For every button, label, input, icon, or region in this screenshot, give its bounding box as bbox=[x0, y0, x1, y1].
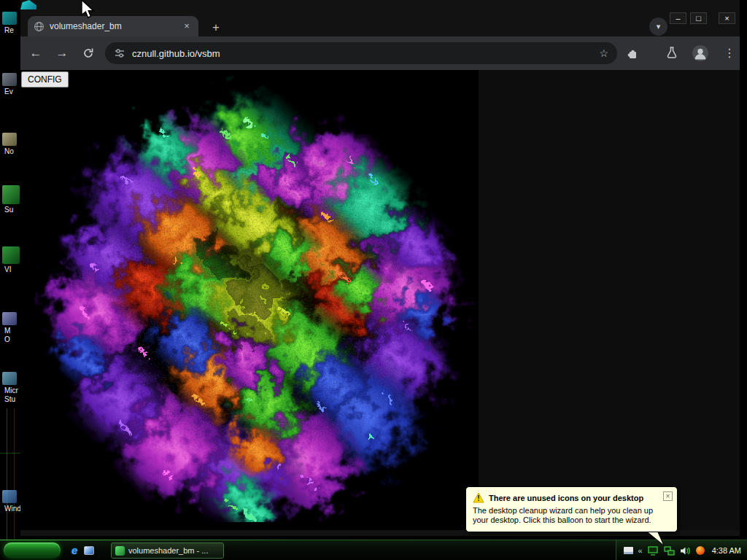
maximize-icon[interactable]: □ bbox=[690, 12, 707, 24]
desktop-icon[interactable]: VI bbox=[0, 246, 20, 274]
desktop-icon-label: VI bbox=[0, 265, 20, 274]
tab-search-chevron-icon[interactable]: ▾ bbox=[649, 18, 667, 36]
web-page: CONFIG bbox=[20, 70, 740, 530]
desktop-icon-image bbox=[2, 133, 17, 146]
tray-display-icon[interactable] bbox=[648, 546, 659, 556]
config-button[interactable]: CONFIG bbox=[21, 71, 69, 88]
desktop-icon[interactable]: Re bbox=[0, 12, 20, 35]
desktop-icon[interactable]: MO bbox=[0, 312, 20, 344]
desktop-icon-image bbox=[2, 12, 17, 25]
tray-keyboard-icon[interactable] bbox=[624, 547, 633, 554]
desktop-icon-label: Su bbox=[0, 206, 20, 214]
svg-text:!: ! bbox=[477, 494, 479, 502]
desktop-icon[interactable]: Su bbox=[0, 185, 20, 214]
tray-security-icon[interactable] bbox=[696, 546, 705, 555]
quick-launch-bar: e bbox=[71, 543, 94, 558]
tray-volume-icon[interactable] bbox=[680, 546, 691, 556]
desktop-icon-image bbox=[2, 246, 20, 264]
system-tray: « 4:38 AM bbox=[616, 540, 747, 560]
site-info-tune-icon[interactable] bbox=[114, 47, 125, 59]
internet-explorer-icon[interactable]: e bbox=[71, 544, 77, 557]
desktop-icon[interactable]: Ev bbox=[0, 73, 20, 96]
desktop-icon-image bbox=[2, 312, 17, 325]
desktop-icon-label: MO bbox=[0, 327, 20, 344]
balloon-title: There are unused icons on your desktop bbox=[489, 494, 643, 502]
desktop-icon-image bbox=[2, 73, 17, 86]
bookmark-star-icon[interactable]: ☆ bbox=[599, 47, 608, 59]
desktop-icon-image bbox=[2, 372, 17, 385]
desktop-icon[interactable]: Wind bbox=[0, 490, 20, 513]
desktop-icon-label: Wind bbox=[0, 505, 20, 513]
taskbar-app-label: volumeshader_bm - ... bbox=[128, 546, 208, 555]
back-button[interactable]: ← bbox=[26, 45, 45, 61]
desktop: Re Ev No Su VI MO MicrStu Wind bbox=[0, 0, 747, 560]
url-text[interactable]: cznull.github.io/vsbm bbox=[132, 48, 599, 59]
balloon-close-icon[interactable]: × bbox=[663, 491, 673, 501]
menu-dots-icon[interactable]: ⋮ bbox=[722, 44, 737, 62]
desktop-icon-label: MicrStu bbox=[0, 386, 20, 404]
taskbar-app-button[interactable]: volumeshader_bm - ... bbox=[111, 542, 224, 559]
notification-balloon[interactable]: ! There are unused icons on your desktop… bbox=[465, 486, 678, 532]
desktop-icon-image bbox=[2, 490, 17, 503]
taskbar-app-favicon bbox=[115, 546, 125, 556]
taskbar: e volumeshader_bm - ... « 4:38 AM bbox=[0, 540, 747, 560]
reload-icon bbox=[82, 47, 95, 60]
mouse-cursor-icon bbox=[80, 0, 96, 19]
browser-toolbar: ← → cznull.github.io/vsbm ☆ bbox=[20, 36, 740, 70]
tray-network-icon[interactable] bbox=[664, 546, 675, 556]
tab-favicon-globe-icon bbox=[34, 21, 44, 32]
minimize-icon[interactable]: – bbox=[670, 12, 686, 24]
profile-avatar-icon[interactable] bbox=[692, 44, 709, 65]
reload-button[interactable] bbox=[79, 47, 98, 64]
tray-expand-icon[interactable]: « bbox=[638, 546, 643, 555]
balloon-title-row: ! There are unused icons on your desktop bbox=[473, 492, 670, 503]
balloon-tail bbox=[646, 532, 671, 547]
tray-clock: 4:38 AM bbox=[712, 546, 741, 555]
desktop-icon-image bbox=[2, 185, 20, 204]
mandelbulb-fractal-render bbox=[31, 73, 479, 522]
browser-tab[interactable]: volumeshader_bm × bbox=[28, 16, 198, 36]
show-desktop-icon[interactable] bbox=[84, 546, 94, 555]
volume-render-canvas[interactable] bbox=[20, 70, 479, 530]
new-tab-button[interactable]: + bbox=[207, 19, 225, 36]
desktop-background-strip: Re Ev No Su VI MO MicrStu Wind bbox=[0, 0, 20, 540]
browser-titlebar[interactable]: volumeshader_bm × + ▾ – □ × bbox=[20, 0, 740, 36]
labs-beaker-icon[interactable] bbox=[665, 46, 678, 63]
close-icon[interactable]: × bbox=[719, 12, 735, 24]
desktop-icon[interactable]: No bbox=[0, 133, 20, 156]
desktop-icon-label: Ev bbox=[0, 88, 20, 96]
warning-icon: ! bbox=[473, 492, 484, 503]
window-controls: – □ × bbox=[670, 12, 735, 24]
desktop-wallpaper-pattern bbox=[0, 408, 20, 540]
tab-close-icon[interactable]: × bbox=[181, 20, 193, 32]
extensions-puzzle-icon[interactable] bbox=[626, 47, 639, 63]
browser-window: volumeshader_bm × + ▾ – □ × ← → bbox=[20, 0, 740, 536]
page-background-right bbox=[479, 70, 740, 530]
desktop-icon[interactable]: MicrStu bbox=[0, 372, 20, 404]
balloon-body-text: The desktop cleanup wizard can help you … bbox=[473, 506, 664, 525]
start-button[interactable] bbox=[4, 542, 61, 558]
tab-title: volumeshader_bm bbox=[50, 21, 181, 31]
desktop-icon-label: No bbox=[0, 147, 20, 156]
address-bar[interactable]: cznull.github.io/vsbm ☆ bbox=[105, 42, 617, 64]
desktop-icon-label: Re bbox=[0, 26, 20, 35]
forward-button[interactable]: → bbox=[53, 45, 71, 61]
